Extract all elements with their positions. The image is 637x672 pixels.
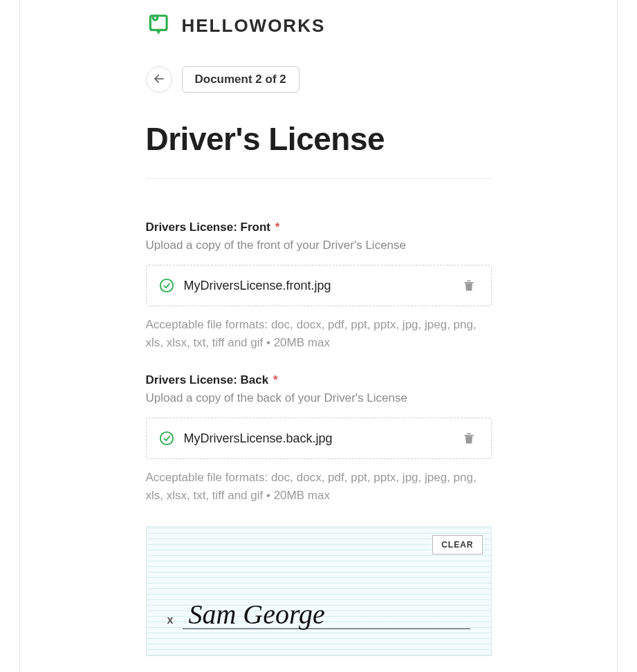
trash-icon xyxy=(462,431,476,446)
uploaded-file-name: MyDriversLicense.front.jpg xyxy=(184,279,450,293)
delete-file-button[interactable] xyxy=(459,428,479,449)
signature-pad[interactable]: CLEAR x Sam George xyxy=(146,526,492,656)
upload-field-back: Drivers License: Back * Upload a copy of… xyxy=(146,373,492,504)
upload-dropzone-back[interactable]: MyDriversLicense.back.jpg xyxy=(146,418,492,459)
accepted-formats-text: Acceptable file formats: doc, docx, pdf,… xyxy=(146,316,492,351)
back-button[interactable] xyxy=(146,66,172,93)
signature-value: Sam George xyxy=(188,598,324,631)
clear-signature-button[interactable]: CLEAR xyxy=(432,535,482,554)
signature-line: x Sam George xyxy=(167,595,470,629)
check-circle-icon xyxy=(159,431,174,446)
check-circle-icon xyxy=(159,278,174,293)
field-label: Drivers License: Back * xyxy=(146,373,492,387)
svg-point-3 xyxy=(160,279,172,292)
nav-row: Document 2 of 2 xyxy=(146,66,492,93)
logo-text: HELLOWORKS xyxy=(182,15,326,37)
trash-icon xyxy=(462,278,476,293)
logo: HELLOWORKS xyxy=(146,12,492,39)
field-label: Drivers License: Front * xyxy=(146,221,492,234)
helloworks-logo-icon xyxy=(146,12,172,39)
signature-x-mark: x xyxy=(167,614,174,629)
page-title: Driver's License xyxy=(146,120,492,158)
field-hint: Upload a copy of the back of your Driver… xyxy=(146,391,492,405)
signature-underline: Sam George xyxy=(183,595,470,629)
svg-point-1 xyxy=(153,16,157,20)
document-counter-badge: Document 2 of 2 xyxy=(182,66,299,93)
required-mark: * xyxy=(275,221,280,234)
field-label-text: Drivers License: Front xyxy=(146,221,270,234)
upload-field-front: Drivers License: Front * Upload a copy o… xyxy=(146,221,492,351)
accepted-formats-text: Acceptable file formats: doc, docx, pdf,… xyxy=(146,469,492,504)
divider xyxy=(146,178,492,179)
field-label-text: Drivers License: Back xyxy=(146,373,269,386)
svg-point-4 xyxy=(160,432,172,445)
uploaded-file-name: MyDriversLicense.back.jpg xyxy=(184,431,450,446)
required-mark: * xyxy=(273,373,278,386)
upload-dropzone-front[interactable]: MyDriversLicense.front.jpg xyxy=(146,265,492,306)
arrow-left-icon xyxy=(153,73,165,87)
delete-file-button[interactable] xyxy=(459,275,479,296)
field-hint: Upload a copy of the front of your Drive… xyxy=(146,239,492,252)
